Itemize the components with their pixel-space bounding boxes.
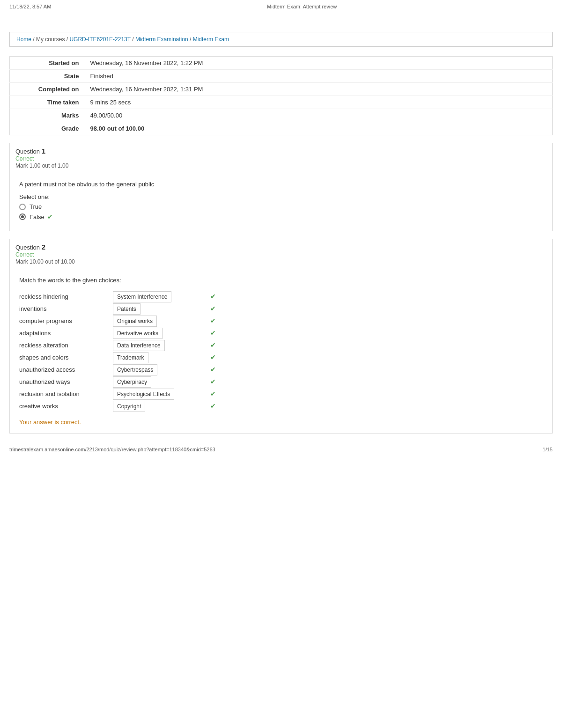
match-select: Copyright <box>113 400 207 412</box>
match-check-cell: ✔ <box>207 315 543 327</box>
summary-row: Grade98.00 out of 100.00 <box>10 122 553 135</box>
match-row: reckless alterationData Interference✔ <box>19 339 543 351</box>
match-word: adaptations <box>19 327 113 339</box>
match-select-box: Trademark <box>113 352 148 363</box>
match-select-box: Cybertrespass <box>113 364 157 375</box>
match-correct-icon: ✔ <box>207 366 216 373</box>
match-table: reckless hinderingSystem Interference✔in… <box>19 290 543 412</box>
match-select-box: Derivative works <box>113 328 163 339</box>
match-row: unauthorized accessCybertrespass✔ <box>19 363 543 375</box>
summary-table: Started onWednesday, 16 November 2022, 1… <box>9 56 553 135</box>
question2-status: Correct <box>15 251 547 258</box>
match-check-cell: ✔ <box>207 388 543 400</box>
match-check-cell: ✔ <box>207 302 543 315</box>
footer-page: 1/15 <box>543 447 553 452</box>
match-word: computer programs <box>19 315 113 327</box>
breadcrumb: Home / My courses / UGRD-ITE6201E-2213T … <box>9 32 553 47</box>
match-check-cell: ✔ <box>207 375 543 388</box>
summary-row: Completed onWednesday, 16 November 2022,… <box>10 83 553 96</box>
match-correct-icon: ✔ <box>207 390 216 397</box>
question2-number: Question 2 <box>15 243 547 251</box>
question1-mark: Mark 1.00 out of 1.00 <box>15 162 547 169</box>
match-correct-icon: ✔ <box>207 305 216 312</box>
match-select: System Interference <box>113 290 207 302</box>
match-row: shapes and colorsTrademark✔ <box>19 351 543 363</box>
breadcrumb-sep3: / <box>190 36 193 43</box>
match-word: shapes and colors <box>19 351 113 363</box>
match-word: creative works <box>19 400 113 412</box>
match-correct-icon: ✔ <box>207 317 216 324</box>
match-check-cell: ✔ <box>207 290 543 302</box>
radio-label: True <box>30 203 42 210</box>
question1-status: Correct <box>15 155 547 162</box>
breadcrumb-home[interactable]: Home <box>16 36 31 43</box>
summary-value: Wednesday, 16 November 2022, 1:22 PM <box>85 57 553 70</box>
match-row: computer programsOriginal works✔ <box>19 315 543 327</box>
match-word: reclusion and isolation <box>19 388 113 400</box>
match-select-box: Data Interference <box>113 340 165 351</box>
match-check-cell: ✔ <box>207 400 543 412</box>
summary-row: Time taken9 mins 25 secs <box>10 96 553 109</box>
summary-value: Finished <box>85 70 553 83</box>
match-correct-icon: ✔ <box>207 329 216 337</box>
question2-instruction: Match the words to the given choices: <box>19 277 543 284</box>
match-check-cell: ✔ <box>207 351 543 363</box>
match-word: unauthorized ways <box>19 375 113 388</box>
summary-row: StateFinished <box>10 70 553 83</box>
match-word: inventions <box>19 302 113 315</box>
match-select: Cyberpiracy <box>113 375 207 388</box>
match-correct-icon: ✔ <box>207 378 216 385</box>
question1-header: Question 1 Correct Mark 1.00 out of 1.00 <box>9 143 553 173</box>
summary-value: 9 mins 25 secs <box>85 96 553 109</box>
question1-text: A patent must not be obvious to the gene… <box>19 181 543 188</box>
page-footer: trimestralexam.amaesonline.com/2213/mod/… <box>0 443 562 456</box>
match-check-cell: ✔ <box>207 327 543 339</box>
match-correct-icon: ✔ <box>207 353 216 361</box>
question2-body: Match the words to the given choices: re… <box>9 269 553 434</box>
match-select: Original works <box>113 315 207 327</box>
radio-option: False ✔ <box>19 213 543 221</box>
breadcrumb-midterm-exam-link[interactable]: Midterm Examination <box>135 36 188 43</box>
match-correct-icon: ✔ <box>207 293 216 300</box>
match-select: Data Interference <box>113 339 207 351</box>
match-word: unauthorized access <box>19 363 113 375</box>
question2-header: Question 2 Correct Mark 10.00 out of 10.… <box>9 239 553 269</box>
summary-value: 49.00/50.00 <box>85 109 553 122</box>
radio-circle <box>19 204 26 210</box>
match-select-box: Copyright <box>113 401 145 412</box>
radio-circle <box>19 213 26 220</box>
summary-label: State <box>10 70 85 83</box>
breadcrumb-midterm[interactable]: Midterm Exam <box>193 36 229 43</box>
radio-label: False <box>30 213 44 221</box>
page-header: 11/18/22, 8:57 AM Midterm Exam: Attempt … <box>0 0 562 13</box>
breadcrumb-sep1: / My courses / <box>33 36 69 43</box>
question1-body: A patent must not be obvious to the gene… <box>9 173 553 231</box>
match-select-box: Cyberpiracy <box>113 376 151 388</box>
question1-number: Question 1 <box>15 147 547 155</box>
match-row: unauthorized waysCyberpiracy✔ <box>19 375 543 388</box>
match-check-cell: ✔ <box>207 363 543 375</box>
match-select: Trademark <box>113 351 207 363</box>
match-word: reckless hindering <box>19 290 113 302</box>
breadcrumb-course[interactable]: UGRD-ITE6201E-2213T <box>69 36 131 43</box>
summary-row: Started onWednesday, 16 November 2022, 1… <box>10 57 553 70</box>
summary-row: Marks49.00/50.00 <box>10 109 553 122</box>
match-correct-icon: ✔ <box>207 341 216 349</box>
match-check-cell: ✔ <box>207 339 543 351</box>
question1-select-label: Select one: <box>19 193 543 200</box>
match-row: creative worksCopyright✔ <box>19 400 543 412</box>
match-select-box: Patents <box>113 303 140 315</box>
summary-label: Time taken <box>10 96 85 109</box>
match-word: reckless alteration <box>19 339 113 351</box>
summary-value: Wednesday, 16 November 2022, 1:31 PM <box>85 83 553 96</box>
summary-label: Completed on <box>10 83 85 96</box>
match-row: adaptationsDerivative works✔ <box>19 327 543 339</box>
match-select: Psychological Effects <box>113 388 207 400</box>
match-select: Cybertrespass <box>113 363 207 375</box>
match-select: Patents <box>113 302 207 315</box>
summary-value: 98.00 out of 100.00 <box>85 122 553 135</box>
match-select: Derivative works <box>113 327 207 339</box>
summary-label: Grade <box>10 122 85 135</box>
match-select-box: System Interference <box>113 291 171 302</box>
match-row: reclusion and isolationPsychological Eff… <box>19 388 543 400</box>
